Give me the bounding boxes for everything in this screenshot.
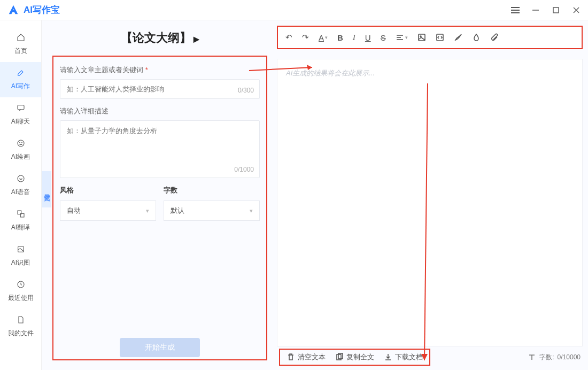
form-highlight-box: 请输入文章主题或者关键词 * 0/300 请输入详细描述 0/1000 风格 自…: [52, 56, 267, 360]
maximize-button[interactable]: [552, 6, 560, 14]
chevron-down-icon: ▾: [250, 207, 253, 214]
image-scan-icon: [17, 245, 25, 256]
brush-button[interactable]: [454, 33, 462, 42]
style-label: 风格: [60, 186, 156, 195]
editor-toolbar: ↶ ↷ A▾ B I U S ▾: [277, 26, 583, 49]
code-button[interactable]: [436, 33, 444, 42]
sidebar-item-home[interactable]: 首页: [0, 27, 41, 62]
chevron-down-icon: ▾: [146, 207, 149, 214]
sidebar-item-ai-chat[interactable]: AI聊天: [0, 97, 41, 133]
footer-actions-box: 清空文本 复制全文 下载文档: [279, 349, 430, 366]
sidebar-label: AI写作: [11, 82, 30, 91]
sidebar-label: AI聊天: [11, 117, 30, 126]
file-record-tab[interactable]: 文件记录: [42, 171, 51, 207]
drop-button[interactable]: [472, 33, 481, 42]
style-select[interactable]: 自动 ▾: [60, 201, 156, 221]
menu-icon[interactable]: [511, 6, 520, 14]
sidebar-label: 最近使用: [8, 294, 34, 303]
image-button[interactable]: [417, 33, 426, 42]
minimize-button[interactable]: [531, 6, 540, 14]
input-panel: 【论文大纲】▶ 请输入文章主题或者关键词 * 0/300 请输入详细描述 0/1…: [42, 20, 272, 370]
clear-text-button[interactable]: 清空文本: [287, 352, 326, 362]
sidebar-item-ai-write[interactable]: AI写作: [0, 62, 41, 97]
svg-rect-1: [553, 7, 559, 13]
generate-button[interactable]: 开始生成: [120, 338, 200, 357]
app-logo-icon: [7, 4, 19, 16]
copy-icon: [335, 353, 344, 361]
count-label: 字数: [164, 186, 260, 195]
download-doc-button[interactable]: 下载文档: [384, 352, 423, 362]
sidebar-label: AI识图: [11, 258, 30, 267]
section-title: 【论文大纲】▶: [52, 30, 267, 46]
text-color-button[interactable]: A▾: [319, 33, 328, 42]
close-button[interactable]: [572, 6, 581, 14]
svg-point-8: [18, 175, 24, 182]
bold-button[interactable]: B: [337, 33, 343, 42]
file-icon: [17, 315, 25, 327]
svg-rect-4: [18, 105, 24, 110]
sidebar-label: AI语音: [11, 188, 30, 197]
text-count-icon: [528, 353, 536, 361]
sidebar-item-ai-draw[interactable]: AI绘画: [0, 133, 41, 168]
editor-placeholder: AI生成的结果将会在此展示...: [286, 69, 375, 77]
editor-panel: ↶ ↷ A▾ B I U S ▾ AI生成的结果将会在此展示...: [272, 20, 588, 370]
chat-icon: [17, 104, 25, 115]
home-icon: [17, 33, 25, 44]
sidebar-item-recent[interactable]: 最近使用: [0, 274, 41, 309]
svg-point-6: [19, 142, 20, 143]
topic-input[interactable]: [60, 80, 259, 98]
attachment-button[interactable]: [490, 33, 499, 42]
window-controls: [511, 6, 581, 14]
play-icon: ▶: [194, 35, 199, 43]
sidebar-label: 我的文件: [8, 329, 34, 338]
strikethrough-button[interactable]: S: [381, 33, 386, 42]
desc-label: 请输入详细描述: [60, 106, 260, 116]
editor-area[interactable]: AI生成的结果将会在此展示...: [277, 59, 583, 346]
topic-label: 请输入文章主题或者关键词 *: [60, 65, 260, 75]
svg-point-5: [18, 140, 24, 147]
count-select[interactable]: 默认 ▾: [164, 201, 260, 221]
editor-footer: 清空文本 复制全文 下载文档 字数: 0/10000: [277, 350, 583, 365]
sidebar-item-ai-voice[interactable]: AI语音: [0, 168, 41, 203]
topic-input-wrap: 0/300: [60, 79, 260, 99]
align-button[interactable]: ▾: [396, 33, 408, 42]
translate-icon: [17, 210, 25, 221]
word-count: 字数: 0/10000: [528, 353, 581, 362]
edit-icon: [17, 68, 25, 80]
titlebar: AI写作宝: [0, 0, 588, 20]
trash-icon: [287, 353, 295, 361]
app-name: AI写作宝: [24, 4, 60, 16]
sidebar-item-my-files[interactable]: 我的文件: [0, 309, 41, 344]
sidebar-label: AI翻译: [11, 223, 30, 232]
sidebar-label: 首页: [14, 47, 27, 56]
underline-button[interactable]: U: [365, 33, 371, 42]
sidebar-item-ai-translate[interactable]: AI翻译: [0, 203, 41, 238]
logo-area: AI写作宝: [7, 4, 60, 16]
sidebar: 首页 AI写作 AI聊天 AI绘画 AI语音 AI翻译 AI识图 最近使用: [0, 20, 42, 370]
svg-point-7: [21, 142, 22, 143]
topic-counter: 0/300: [238, 87, 254, 94]
desc-input[interactable]: [60, 121, 259, 160]
desc-counter: 0/1000: [234, 166, 254, 173]
copy-all-button[interactable]: 复制全文: [335, 352, 374, 362]
sidebar-item-ai-ocr[interactable]: AI识图: [0, 238, 41, 274]
voice-icon: [17, 174, 25, 186]
clock-icon: [17, 280, 25, 291]
italic-button[interactable]: I: [353, 33, 355, 42]
sidebar-label: AI绘画: [11, 152, 30, 161]
redo-button[interactable]: ↷: [302, 33, 309, 42]
download-icon: [384, 353, 392, 361]
smile-icon: [17, 139, 25, 150]
undo-button[interactable]: ↶: [285, 33, 292, 42]
svg-point-17: [420, 36, 421, 37]
desc-input-wrap: 0/1000: [60, 120, 260, 178]
